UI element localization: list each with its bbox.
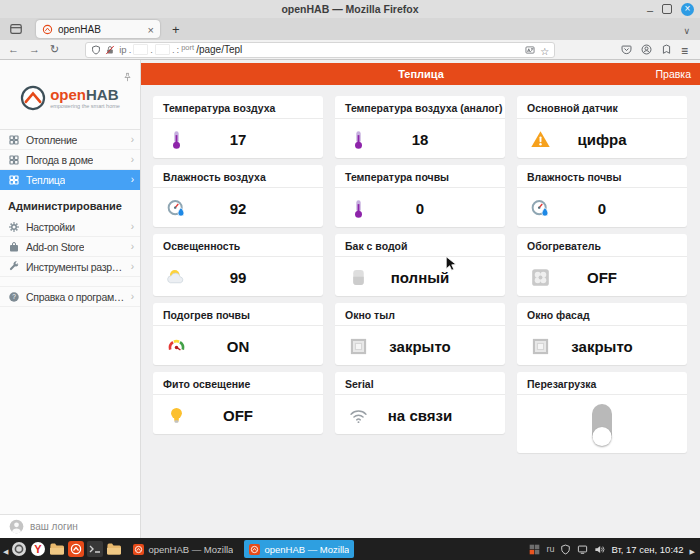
pocket-icon[interactable]: [621, 44, 632, 55]
thermometer-icon: [348, 198, 369, 219]
card-heater: Обогреватель OFF: [517, 234, 687, 296]
page-title: Теплица: [398, 68, 444, 80]
card-value: цифра: [577, 131, 626, 148]
sidebar-item-developer-tools[interactable]: Инструменты разработчика: [0, 257, 140, 277]
window-icon: [530, 336, 551, 357]
translate-icon[interactable]: [525, 45, 535, 55]
bookmark-star-icon[interactable]: [540, 41, 549, 59]
sidebar: openHAB empowering the smart home Отопле…: [0, 60, 141, 538]
close-icon[interactable]: [681, 3, 694, 16]
sidebar-item-addon-store[interactable]: Add-on Store: [0, 237, 140, 257]
reboot-toggle[interactable]: [592, 404, 612, 444]
card-window-rear: Окно тыл закрыто: [335, 303, 505, 365]
launcher-icon[interactable]: [11, 541, 27, 557]
card-value: 17: [230, 131, 247, 148]
yandex-browser-icon[interactable]: Y: [30, 541, 46, 557]
thermometer-icon: [348, 129, 369, 150]
card-air-temperature: Температура воздуха 17: [153, 96, 323, 158]
card-serial: Serial на связи: [335, 372, 505, 434]
card-soil-heating: Подогрев почвы ON: [153, 303, 323, 365]
edit-link[interactable]: Правка: [656, 68, 691, 80]
task-button-firefox-1[interactable]: openHAB — Mozilla Fire...: [128, 540, 238, 558]
gear-icon: [8, 221, 20, 233]
taskbar-scroll-left-icon[interactable]: [3, 540, 8, 558]
openhab-icon: [133, 544, 144, 555]
clock[interactable]: Вт, 17 сен, 10:42: [611, 544, 683, 555]
openhab-logo: openHAB empowering the smart home: [20, 85, 120, 111]
extension-icon[interactable]: [661, 44, 672, 55]
card-air-humidity: Влажность воздуха 92: [153, 165, 323, 227]
openhab-icon: [249, 544, 260, 555]
tab-title: openHAB: [58, 24, 143, 35]
card-illumination: Освещенность 99: [153, 234, 323, 296]
avatar-icon: [9, 519, 24, 534]
sidebar-item-about[interactable]: ? Справка о программе: [0, 286, 140, 307]
humidity-gauge-icon: [530, 198, 551, 219]
tab-close-icon[interactable]: [148, 20, 154, 38]
card-window-front: Окно фасад закрыто: [517, 303, 687, 365]
account-icon[interactable]: [641, 44, 652, 55]
menu-icon[interactable]: [681, 41, 688, 59]
volume-icon[interactable]: [594, 544, 605, 555]
card-value: 0: [416, 200, 424, 217]
folder-icon[interactable]: [106, 541, 122, 557]
workspace-icon[interactable]: [529, 544, 540, 555]
svg-text:Y: Y: [35, 543, 43, 555]
url-bar[interactable]: ip port /page/Tepl: [85, 42, 555, 58]
sidebar-item-weather[interactable]: Погода в доме: [0, 150, 140, 170]
wifi-icon: [348, 405, 369, 426]
card-value: закрыто: [571, 338, 632, 355]
color-gauge-icon: [166, 336, 187, 357]
chevron-right-icon: [131, 291, 134, 302]
maximize-icon[interactable]: [662, 4, 672, 14]
tab-openhab[interactable]: openHAB: [36, 20, 160, 38]
tab-list-icon[interactable]: [683, 20, 690, 38]
card-value: 92: [230, 200, 247, 217]
window-titlebar: openHAB — Mozilla Firefox: [0, 0, 700, 19]
user-login-label: ваш логин: [30, 521, 78, 532]
back-icon[interactable]: [8, 44, 19, 55]
pin-icon[interactable]: [122, 69, 133, 80]
card-value: 0: [598, 200, 606, 217]
task-button-firefox-2[interactable]: openHAB — Mozilla Fire...: [244, 540, 354, 558]
card-value: закрыто: [389, 338, 450, 355]
firefox-view-icon[interactable]: [9, 22, 23, 36]
browser-toolbar: ip port /page/Tepl: [0, 40, 700, 60]
card-value: 18: [412, 131, 429, 148]
display-icon[interactable]: [577, 544, 588, 555]
shield-tray-icon[interactable]: [560, 544, 571, 555]
card-value: OFF: [587, 269, 617, 286]
svg-text:?: ?: [12, 293, 16, 300]
toggle-knob[interactable]: [593, 427, 612, 446]
sidebar-item-settings[interactable]: Настройки: [0, 217, 140, 237]
new-tab-icon[interactable]: [172, 20, 180, 38]
sidebar-user-login[interactable]: ваш логин: [0, 514, 140, 538]
sidebar-item-greenhouse[interactable]: Теплица: [0, 170, 140, 190]
taskbar-scroll-right-icon[interactable]: [690, 540, 695, 558]
card-value: на связи: [388, 407, 452, 424]
card-soil-temperature: Температура почвы 0: [335, 165, 505, 227]
redacted-box: [133, 44, 148, 55]
language-indicator[interactable]: ru: [546, 544, 554, 554]
window-title: openHAB — Mozilla Firefox: [281, 3, 418, 15]
main-panel: Теплица Правка Температура воздуха 17 Те…: [141, 60, 700, 538]
tank-icon: [348, 267, 369, 288]
card-value: OFF: [223, 407, 253, 424]
help-icon: ?: [8, 291, 20, 303]
files-icon[interactable]: [49, 541, 65, 557]
page-header: Теплица Правка: [141, 63, 700, 85]
card-soil-humidity: Влажность почвы 0: [517, 165, 687, 227]
url-text: ip port /page/Tepl: [119, 44, 242, 55]
url-path: /page/Tepl: [196, 44, 242, 55]
grid-icon: [8, 134, 20, 146]
reload-icon[interactable]: [50, 44, 59, 55]
forward-icon[interactable]: [29, 44, 40, 55]
terminal-icon[interactable]: [87, 541, 103, 557]
sidebar-item-heating[interactable]: Отопление: [0, 130, 140, 150]
minimize-icon[interactable]: [647, 0, 653, 18]
warning-icon: [530, 129, 551, 150]
card-water-tank: Бак с водой полный: [335, 234, 505, 296]
openhab-icon[interactable]: [68, 541, 84, 557]
bag-icon: [8, 241, 20, 253]
chevron-right-icon: [131, 134, 134, 145]
